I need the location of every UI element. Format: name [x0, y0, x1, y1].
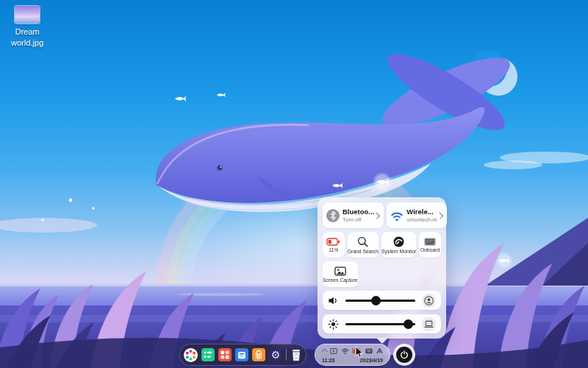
grand-search-tile[interactable]: Grand Search — [348, 232, 379, 258]
system-monitor-label: System Monitor — [381, 249, 416, 254]
headset-icon — [424, 296, 434, 305]
battery-icon — [352, 348, 362, 354]
dock-item-app-market[interactable] — [218, 347, 232, 363]
chevron-right-icon — [436, 212, 442, 219]
volume-slider-card — [323, 291, 441, 310]
chevron-right-icon — [373, 212, 380, 219]
screen-capture-label: Screen Capture — [323, 277, 358, 283]
screen-capture-tile[interactable]: Screen Capture — [323, 261, 358, 287]
power-icon — [396, 347, 412, 363]
clock-time: 11:23 — [322, 358, 335, 363]
tray-wifi[interactable] — [341, 348, 349, 354]
dock-item-launchpad[interactable] — [201, 347, 215, 363]
wireless-title: Wirele... — [406, 208, 437, 216]
bluetooth-card[interactable]: Bluetoo... Turn off — [323, 202, 384, 228]
system-monitor-tile[interactable]: System Monitor — [381, 232, 416, 258]
volume-slider-knob[interactable] — [371, 296, 381, 305]
quick-tiles-row: 11% Grand Search System Monitor — [323, 232, 441, 258]
tray-expand-button[interactable] — [322, 349, 326, 353]
screen-recorder-icon — [330, 348, 337, 354]
tray-battery[interactable] — [352, 348, 362, 354]
desktop-file-label: Dream world.jpg — [3, 26, 51, 49]
desktop-file-dream-world[interactable]: Dream world.jpg — [3, 6, 51, 49]
battery-icon — [326, 238, 340, 246]
network-row: Bluetoo... Turn off Wirele... uniontech-… — [323, 202, 441, 228]
dock — [179, 344, 306, 366]
bluetooth-status: Turn off — [343, 216, 374, 223]
wifi-icon — [390, 208, 404, 223]
clock-date: 2023/4/19 — [360, 358, 383, 363]
file-manager-icon — [234, 347, 249, 362]
onboard-label: Onboard — [420, 247, 440, 252]
bluetooth-title: Bluetoo... — [343, 208, 374, 216]
app-store-icon — [251, 347, 266, 362]
wallpaper-dream-world — [0, 0, 588, 368]
brightness-slider[interactable] — [345, 323, 415, 325]
keyboard-icon — [424, 238, 436, 246]
volume-slider[interactable] — [345, 300, 415, 302]
dock-item-trash[interactable] — [290, 347, 303, 363]
dock-item-app-store[interactable] — [251, 347, 266, 363]
brightness-slider-card — [323, 314, 441, 333]
audio-output-button[interactable] — [422, 294, 436, 308]
desktop-screen: Dream world.jpg Bluetoo... Turn off — [0, 0, 588, 368]
wifi-icon — [341, 348, 349, 354]
tray-icons-row — [322, 347, 383, 355]
tray-keyboard[interactable] — [365, 348, 373, 354]
clock-widget[interactable]: 11:23 2023/4/19 — [322, 358, 383, 363]
brightness-slider-knob[interactable] — [404, 319, 413, 329]
dock-item-control-center[interactable] — [268, 347, 283, 363]
capture-row: Screen Capture — [323, 261, 441, 287]
gear-icon — [268, 347, 283, 362]
app-market-icon — [218, 347, 232, 362]
system-monitor-icon — [393, 236, 404, 247]
screen-capture-icon — [334, 266, 346, 276]
grand-search-label: Grand Search — [348, 249, 379, 254]
image-thumbnail — [15, 6, 40, 24]
display-settings-button[interactable] — [422, 317, 436, 331]
tray-screen-recorder[interactable] — [330, 348, 337, 354]
brightness-sun-icon — [328, 319, 339, 330]
launcher-icon — [183, 347, 198, 363]
speaker-icon — [328, 295, 339, 306]
control-center-panel: Bluetoo... Turn off Wirele... uniontech-… — [318, 197, 446, 339]
wireless-card[interactable]: Wirele... uniontech-m — [387, 202, 446, 228]
tray-input-method[interactable] — [376, 348, 383, 354]
wireless-network-name: uniontech-m — [406, 216, 437, 223]
search-icon — [357, 236, 368, 247]
bluetooth-icon — [326, 208, 340, 223]
onboard-tile[interactable]: Onboard — [419, 232, 441, 258]
dock-item-launcher[interactable] — [183, 347, 198, 363]
dock-divider — [286, 349, 287, 361]
system-tray: 11:23 2023/4/19 — [315, 344, 390, 366]
chevron-up-icon — [321, 348, 327, 354]
shutdown-button[interactable] — [393, 344, 415, 366]
battery-tile[interactable]: 11% — [323, 232, 345, 258]
trash-icon — [290, 348, 303, 362]
laptop-icon — [424, 319, 434, 329]
launchpad-icon — [201, 347, 215, 362]
keyboard-icon — [365, 348, 373, 354]
battery-percent: 11% — [329, 247, 338, 252]
input-method-icon — [376, 348, 383, 354]
dock-item-file-manager[interactable] — [234, 347, 249, 363]
